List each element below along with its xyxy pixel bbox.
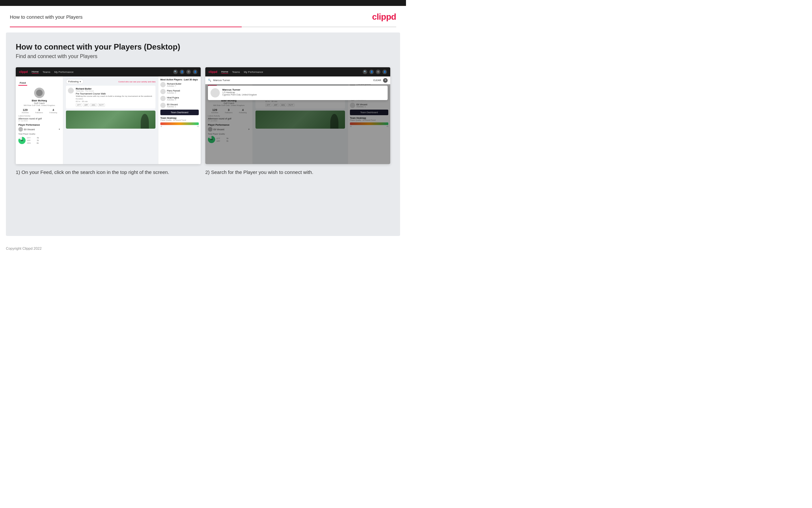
- app-nav-2: clippd Home Teams My Performance 🔍 👤 ⚙ 👤: [205, 67, 390, 77]
- logo: clippd: [372, 12, 396, 22]
- search-icon-overlay: 🔍: [208, 79, 211, 82]
- close-button[interactable]: ✕: [383, 78, 388, 83]
- footer: Copyright Clippd 2022: [0, 241, 406, 256]
- nav-teams-2[interactable]: Teams: [232, 71, 240, 74]
- settings-icon-2[interactable]: ⚙: [376, 70, 380, 74]
- user-avatar-2[interactable]: 👤: [382, 70, 387, 74]
- player-list-item-4: Eli VincentActivities: 1: [160, 103, 199, 108]
- app-logo-small-1: clippd: [19, 70, 28, 74]
- screenshot-block-2: clippd Home Teams My Performance 🔍 👤 ⚙ 👤: [205, 67, 390, 176]
- following-btn-1[interactable]: Following ▼: [66, 79, 84, 84]
- activity-body-1: Richard Butler Yesterday · The Grove Pre…: [76, 88, 153, 107]
- nav-teams-1[interactable]: Teams: [43, 71, 50, 74]
- bar-ott-1: OTT 79: [27, 137, 39, 139]
- score-area-1: 84 OTT 79 APP: [18, 136, 60, 145]
- bar-arg-1: ARG 61: [27, 142, 39, 144]
- bar-app-1: APP 70: [27, 139, 39, 141]
- score-circle-1: 84: [18, 137, 26, 144]
- profile-name-1: Blair McHarg: [18, 99, 60, 102]
- tag-row-1: OTT APP ARG PUTT: [76, 103, 153, 107]
- mini-bars-1: OTT 79 APP 70 ARG: [27, 137, 39, 145]
- screenshots-row: clippd Home Teams My Performance 🔍 👤 ⚙ 👤…: [16, 67, 390, 176]
- caption-2: 2) Search for the Player you wish to con…: [205, 169, 390, 176]
- right-panel-1: Most Active Players - Last 30 days Richa…: [158, 77, 201, 164]
- player-performance-label-1: Player Performance: [18, 124, 60, 126]
- nav-performance-1[interactable]: My Performance: [54, 71, 74, 74]
- profile-area-1: Blair McHarg Golf Coach Mill Ride Golf C…: [18, 88, 60, 106]
- pli-avatar-3: [160, 96, 165, 101]
- caption-1: 1) On your Feed, click on the search ico…: [16, 169, 201, 176]
- search-icon-1[interactable]: 🔍: [173, 70, 178, 74]
- nav-home-2[interactable]: Home: [221, 70, 228, 74]
- app-nav-icons-2: 🔍 👤 ⚙ 👤: [363, 70, 387, 74]
- search-result-info: Marcus Turner 1-5 Handicap Cypress Point…: [222, 88, 257, 96]
- nav-performance-2[interactable]: My Performance: [244, 71, 263, 74]
- player-list-item-1: Richard ButlerActivities: 7: [160, 82, 199, 87]
- stats-row-1: 129 Activities 3 Followers 4 Following: [18, 108, 60, 114]
- app-nav-1: clippd Home Teams My Performance 🔍 👤 ⚙ 👤: [16, 67, 201, 77]
- search-icon-2[interactable]: 🔍: [363, 70, 367, 74]
- stat-activities-1: 129 Activities: [21, 108, 29, 114]
- latest-activity-1: Latest Activity Afternoon round of golf …: [18, 115, 60, 122]
- app-screenshot-2: clippd Home Teams My Performance 🔍 👤 ⚙ 👤: [205, 67, 390, 164]
- profile-avatar-1: [34, 88, 45, 98]
- top-bar: [0, 0, 406, 6]
- profile-icon-2[interactable]: 👤: [369, 70, 374, 74]
- settings-icon-1[interactable]: ⚙: [186, 70, 191, 74]
- pli-avatar-2: [160, 89, 165, 94]
- stat-followers-1: 3 Followers: [35, 108, 43, 114]
- player-list-item-2: Piers ParnellActivities: 4: [160, 89, 199, 94]
- search-overlay: 🔍 Marcus Turner CLEAR ✕ Marcus Turner 1-…: [205, 77, 390, 164]
- left-panel-1: Feed Blair McHarg Golf Coach Mill Ride G…: [16, 77, 63, 164]
- following-row-1: Following ▼ Control who can see your act…: [66, 79, 155, 84]
- activity-card-1: Richard Butler Yesterday · The Grove Pre…: [66, 86, 155, 109]
- app-screenshot-1: clippd Home Teams My Performance 🔍 👤 ⚙ 👤…: [16, 67, 201, 164]
- header-divider: [10, 27, 396, 27]
- user-avatar-1[interactable]: 👤: [193, 70, 197, 74]
- player-list-item-3: Hiral PujaraActivities: 3: [160, 96, 199, 101]
- search-bar: 🔍 Marcus Turner CLEAR ✕: [205, 77, 390, 84]
- mid-panel-1: Following ▼ Control who can see your act…: [63, 77, 158, 164]
- profile-icon-1[interactable]: 👤: [180, 70, 184, 74]
- profile-role-1: Golf Coach: [18, 102, 60, 104]
- screenshot-block-1: clippd Home Teams My Performance 🔍 👤 ⚙ 👤…: [16, 67, 201, 176]
- pli-avatar-4: [160, 103, 165, 108]
- golfer-silhouette-1: [141, 114, 149, 129]
- page-title: How to connect with your Players: [10, 14, 83, 20]
- player-avatar-sm-1: [18, 127, 23, 132]
- dropdown-arrow-1: ▼: [58, 128, 60, 130]
- app-nav-icons-1: 🔍 👤 ⚙ 👤: [173, 70, 197, 74]
- clear-button[interactable]: CLEAR: [373, 79, 381, 81]
- activity-avatar-1: [68, 88, 74, 93]
- heatmap-section-1: Team Heatmap Player Quality · 20 Round T…: [160, 117, 199, 127]
- nav-home-1[interactable]: Home: [32, 70, 39, 74]
- header: How to connect with your Players clippd: [0, 6, 406, 27]
- team-dashboard-btn-1[interactable]: Team Dashboard: [160, 110, 199, 115]
- player-select-row-1[interactable]: Eli Vincent ▼: [18, 127, 60, 132]
- app-logo-small-2: clippd: [208, 70, 218, 74]
- app-content-1: Feed Blair McHarg Golf Coach Mill Ride G…: [16, 77, 201, 164]
- feed-tab-1[interactable]: Feed: [18, 81, 27, 86]
- main-subheading: Find and connect with your Players: [16, 53, 390, 59]
- heatmap-bar-1: [160, 122, 199, 125]
- golf-image-1: [66, 111, 155, 129]
- heatmap-labels-1: -5+5: [160, 125, 199, 127]
- pli-avatar-1: [160, 82, 165, 87]
- search-input-area[interactable]: Marcus Turner: [213, 79, 371, 82]
- control-link-1[interactable]: Control who can see your activity and da…: [118, 81, 155, 83]
- tpq-row-1: Total Player Quality: [18, 133, 60, 135]
- main-heading: How to connect with your Players (Deskto…: [16, 42, 390, 51]
- main-content: How to connect with your Players (Deskto…: [6, 33, 400, 236]
- stat-following-1: 4 Following: [50, 108, 57, 114]
- search-dropdown[interactable]: Marcus Turner 1-5 Handicap Cypress Point…: [208, 86, 388, 100]
- profile-club-1: Mill Ride Golf Club, United Kingdom: [18, 104, 60, 106]
- search-result-avatar: [210, 88, 220, 97]
